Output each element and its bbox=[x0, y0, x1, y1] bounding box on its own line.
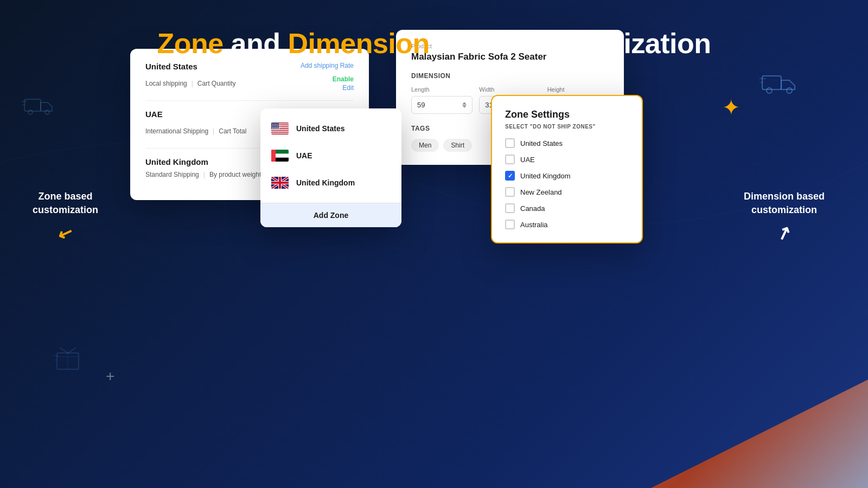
checkbox-us[interactable] bbox=[505, 138, 515, 148]
zone-label-ca: Canada bbox=[520, 204, 545, 213]
zone-item-us[interactable]: United States bbox=[505, 138, 629, 148]
svg-rect-20 bbox=[271, 131, 289, 132]
svg-point-3 bbox=[767, 88, 772, 93]
zone-label-uk: United Kingdom bbox=[520, 172, 571, 180]
checkbox-uk[interactable] bbox=[505, 171, 515, 181]
zone-method-uk: Standard Shipping | By product weight bbox=[145, 171, 261, 178]
star-icon: ✦ bbox=[722, 95, 741, 120]
checkbox-nz[interactable] bbox=[505, 187, 515, 197]
zone-item-nz[interactable]: New Zeeland bbox=[505, 187, 629, 197]
checkbox-au[interactable] bbox=[505, 220, 515, 229]
zone-name-us: United States bbox=[145, 62, 197, 71]
checkbox-ca[interactable] bbox=[505, 203, 515, 213]
title-zone: Zone bbox=[157, 28, 223, 59]
title-dimension: Dimension bbox=[288, 28, 429, 59]
zone-selector-us-name: United States bbox=[296, 124, 344, 133]
enable-us[interactable]: Enable bbox=[333, 75, 354, 83]
flag-gb bbox=[271, 177, 289, 189]
flag-us: ★★★★★★ ★★★★★ ★★★★★★ ★★★★★ bbox=[271, 123, 289, 134]
zone-label-au: Australia bbox=[520, 221, 548, 229]
svg-rect-2 bbox=[762, 76, 781, 89]
zone-item-uk[interactable]: United Kingdom bbox=[505, 171, 629, 181]
truck-left-icon bbox=[22, 95, 54, 121]
arrow-right-icon: ↗ bbox=[742, 208, 826, 259]
length-stepper[interactable] bbox=[462, 102, 467, 108]
zone-selector-uae-name: UAE bbox=[296, 151, 312, 160]
zone-method-uae: International Shipping | Cart Total bbox=[145, 127, 246, 135]
zone-section-us: United States Add shipping Rate Local sh… bbox=[145, 62, 354, 101]
zone-selector-card: ★★★★★★ ★★★★★ ★★★★★★ ★★★★★ United States … bbox=[260, 108, 401, 227]
dimension-based-label: Dimension based customization ↗ bbox=[744, 190, 825, 246]
zone-settings-card: Zone Settings SELECT "DO NOT SHIP ZONES"… bbox=[491, 95, 643, 243]
add-rate-us[interactable]: Add shipping Rate bbox=[301, 62, 354, 69]
zone-name-uk: United Kingdom bbox=[145, 157, 208, 166]
svg-point-8 bbox=[28, 110, 33, 114]
zone-item-au[interactable]: Australia bbox=[505, 220, 629, 229]
zone-label-us: United States bbox=[520, 139, 563, 147]
length-input[interactable]: 59 bbox=[411, 96, 473, 114]
dimension-section-title: DIMENSION bbox=[411, 72, 609, 80]
zone-label-nz: New Zeeland bbox=[520, 188, 562, 196]
tag-shirt: Shirt bbox=[443, 139, 472, 152]
zone-settings-title: Zone Settings bbox=[505, 109, 629, 120]
zone-item-ca[interactable]: Canada bbox=[505, 203, 629, 213]
zone-list: United States UAE United Kingdom New Zee… bbox=[505, 138, 629, 229]
zone-selector-item-uk[interactable]: United Kingdom bbox=[260, 169, 401, 196]
length-up[interactable] bbox=[462, 102, 467, 105]
add-zone-button[interactable]: Add Zone bbox=[260, 203, 401, 227]
truck-icon bbox=[760, 70, 797, 100]
arrow-left-icon: ↙ bbox=[30, 211, 100, 256]
plus-icon: + bbox=[106, 368, 114, 385]
zone-settings-subtitle: SELECT "DO NOT SHIP ZONES" bbox=[505, 124, 629, 130]
zone-item-uae[interactable]: UAE bbox=[505, 155, 629, 164]
title-rest: based customization bbox=[430, 28, 711, 59]
svg-rect-21 bbox=[271, 133, 289, 134]
zone-based-label: Zone based customization ↙ bbox=[33, 190, 98, 246]
length-field: Length 59 bbox=[411, 86, 473, 114]
zone-label-uae: UAE bbox=[520, 156, 535, 164]
edit-us[interactable]: Edit bbox=[342, 84, 354, 92]
length-down[interactable] bbox=[462, 105, 467, 108]
svg-text:★★★★★: ★★★★★ bbox=[272, 127, 280, 130]
bottom-accent bbox=[651, 380, 868, 488]
svg-rect-30 bbox=[271, 150, 276, 162]
zone-selector-uk-name: United Kingdom bbox=[296, 178, 355, 187]
flag-ae bbox=[271, 150, 289, 162]
svg-point-9 bbox=[45, 110, 49, 114]
title-and: and bbox=[224, 28, 288, 59]
checkbox-uae[interactable] bbox=[505, 155, 515, 164]
zone-method-us: Local shipping | Cart Quantity bbox=[145, 80, 236, 87]
zone-selector-item-us[interactable]: ★★★★★★ ★★★★★ ★★★★★★ ★★★★★ United States bbox=[260, 115, 401, 142]
page-title: Zone and Dimension based customization bbox=[0, 0, 868, 60]
package-icon bbox=[54, 345, 81, 374]
tag-men: Men bbox=[411, 139, 439, 152]
zone-name-uae: UAE bbox=[145, 110, 163, 119]
svg-point-4 bbox=[787, 88, 792, 93]
zone-selector-item-uae[interactable]: UAE bbox=[260, 142, 401, 169]
zone-selector-list: ★★★★★★ ★★★★★ ★★★★★★ ★★★★★ United States … bbox=[260, 108, 401, 203]
